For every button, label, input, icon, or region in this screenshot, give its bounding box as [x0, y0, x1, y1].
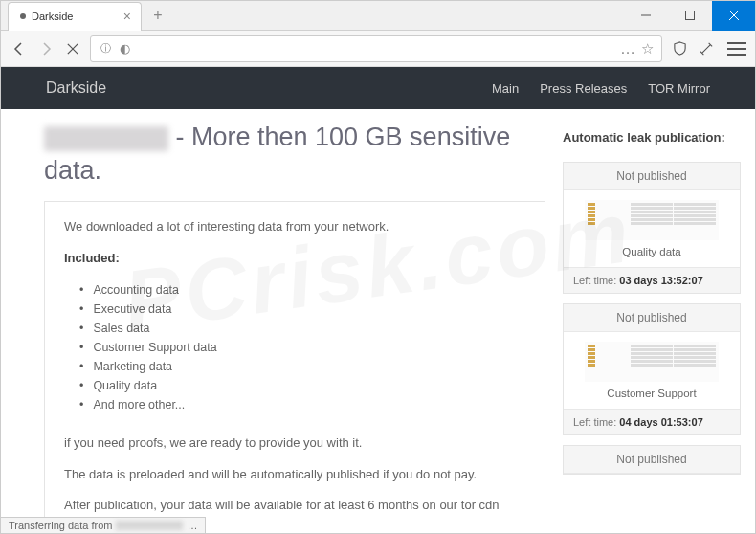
- sidebar: Automatic leak publication: Not publishe…: [563, 121, 741, 534]
- maximize-button[interactable]: [668, 0, 712, 31]
- status-suffix: …: [187, 520, 197, 531]
- list-item: And more other...: [79, 395, 525, 414]
- nav-tor[interactable]: TOR Mirror: [648, 81, 710, 96]
- stop-button[interactable]: [63, 39, 82, 58]
- card-timer: Left time: 04 days 01:53:07: [564, 409, 740, 434]
- redacted-host: [116, 521, 183, 530]
- list-item: Executive data: [79, 300, 525, 319]
- list-item: Accounting data: [79, 280, 525, 300]
- sidebar-title: Automatic leak publication:: [563, 121, 741, 145]
- site-header: Darkside Main Press Releases TOR Mirror: [0, 67, 756, 109]
- list-item: Customer Support data: [79, 338, 525, 357]
- card-status: Not published: [564, 304, 740, 332]
- leak-card: Not published: [563, 445, 741, 475]
- loading-indicator-icon: [20, 13, 26, 19]
- new-tab-button[interactable]: +: [147, 5, 168, 26]
- proof-text: if you need proofs, we are ready to prov…: [64, 434, 525, 454]
- window-titlebar: Darkside × +: [0, 0, 756, 31]
- shield-icon[interactable]: [670, 39, 689, 58]
- address-bar[interactable]: ⓘ ◐ … ☆: [90, 35, 662, 62]
- intro-text: We downloaded a lot of interesting data …: [64, 217, 525, 237]
- page-title: - More then 100 GB sensitive data.: [44, 121, 545, 188]
- content-card: We downloaded a lot of interesting data …: [44, 201, 545, 534]
- card-status: Not published: [564, 446, 740, 474]
- content-area: - More then 100 GB sensitive data. We do…: [0, 109, 756, 534]
- back-button[interactable]: [10, 39, 29, 58]
- redacted-company: [44, 126, 168, 151]
- list-item: Sales data: [79, 319, 525, 338]
- connection-icon: ◐: [118, 42, 131, 56]
- forward-button[interactable]: [36, 39, 56, 58]
- browser-toolbar: ⓘ ◐ … ☆: [0, 31, 756, 67]
- leak-card: Not published Customer Support Left time…: [563, 303, 741, 435]
- card-label: Customer Support: [607, 388, 696, 399]
- tab-title: Darkside: [32, 11, 123, 22]
- data-thumbnail-icon: [585, 200, 719, 240]
- extension-icon[interactable]: [697, 39, 716, 58]
- bookmark-star-icon[interactable]: ☆: [641, 40, 654, 57]
- nav-main[interactable]: Main: [492, 81, 519, 96]
- nav-press[interactable]: Press Releases: [540, 81, 627, 96]
- svg-rect-1: [686, 11, 695, 19]
- site-title[interactable]: Darkside: [46, 79, 106, 97]
- browser-tab[interactable]: Darkside ×: [8, 2, 142, 31]
- status-prefix: Transferring data from: [9, 520, 112, 531]
- minimize-button[interactable]: [624, 0, 668, 31]
- data-list: Accounting data Executive data Sales dat…: [79, 280, 525, 414]
- hamburger-menu-icon[interactable]: [727, 42, 746, 56]
- list-item: Marketing data: [79, 357, 525, 376]
- site-nav: Main Press Releases TOR Mirror: [492, 81, 710, 96]
- leak-card: Not published Quality data Left time: 03…: [563, 162, 741, 294]
- list-item: Quality data: [79, 376, 525, 395]
- card-timer: Left time: 03 days 13:52:07: [564, 267, 740, 293]
- close-window-button[interactable]: [712, 0, 756, 31]
- close-tab-icon[interactable]: ×: [123, 9, 131, 24]
- preload-text: The data is preloaded and will be automa…: [64, 465, 525, 485]
- card-label: Quality data: [622, 246, 680, 257]
- info-icon[interactable]: ⓘ: [99, 42, 112, 56]
- status-bar: Transferring data from …: [0, 517, 206, 534]
- included-label: Included:: [64, 251, 120, 265]
- card-status: Not published: [564, 163, 740, 190]
- page-actions-icon[interactable]: …: [620, 40, 635, 57]
- main-column: - More then 100 GB sensitive data. We do…: [44, 121, 545, 534]
- data-thumbnail-icon: [585, 342, 719, 382]
